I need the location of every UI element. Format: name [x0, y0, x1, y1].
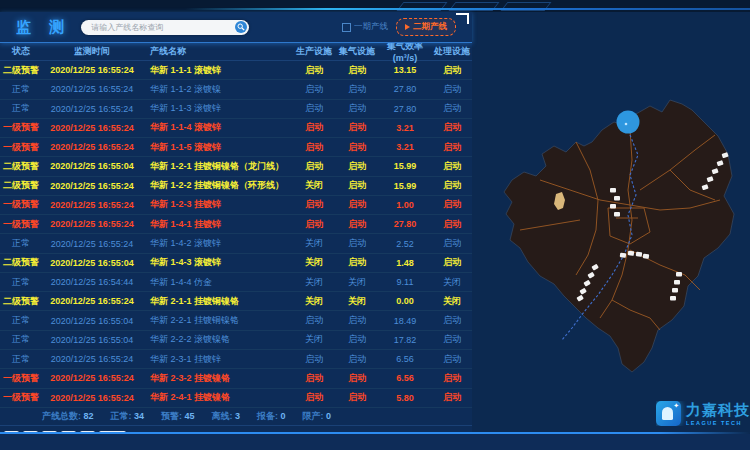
- line-name: 华新 2-4-1 挂镀镍铬: [142, 391, 292, 404]
- table-row[interactable]: 二级预警2020/12/25 16:55:24华新 2-1-1 挂镀铜镍铬关闭关…: [0, 292, 472, 311]
- gas-rate: 6.56: [378, 373, 432, 383]
- treatment-facility: 启动: [432, 198, 472, 211]
- gas-rate: 9.11: [378, 277, 432, 287]
- table-row[interactable]: 一级预警2020/12/25 16:55:24华新 2-3-2 挂镀镍铬启动启动…: [0, 369, 472, 388]
- table-row[interactable]: 正常2020/12/25 16:55:04华新 2-2-1 挂镀铜镍铬启动启动1…: [0, 311, 472, 330]
- gas-rate: 27.80: [378, 104, 432, 114]
- gas-rate: 15.99: [378, 161, 432, 171]
- table-body: 二级预警2020/12/25 16:55:24华新 1-1-1 滚镀锌启动启动1…: [0, 61, 472, 408]
- production-facility: 启动: [292, 372, 336, 385]
- treatment-facility: 启动: [432, 256, 472, 269]
- table-row[interactable]: 正常2020/12/25 16:54:44华新 1-4-4 仿金关闭关闭9.11…: [0, 273, 472, 292]
- table-row[interactable]: 正常2020/12/25 16:55:04华新 2-2-2 滚镀镍铬关闭启动17…: [0, 331, 472, 350]
- status: 正常: [0, 314, 42, 327]
- table-row[interactable]: 正常2020/12/25 16:55:24华新 1-4-2 滚镀锌关闭启动2.5…: [0, 234, 472, 253]
- map-area: 力嘉科技 LEAGUE TECH: [472, 12, 750, 432]
- summary-value: 0: [326, 411, 331, 421]
- treatment-facility: 启动: [432, 333, 472, 346]
- production-facility: 关闭: [292, 295, 336, 308]
- status: 正常: [0, 276, 42, 289]
- phase2-button[interactable]: 二期产线: [396, 18, 456, 36]
- line-name: 华新 1-4-4 仿金: [142, 276, 292, 289]
- gas-rate: 1.00: [378, 200, 432, 210]
- logo-name: 力嘉科技: [686, 401, 750, 420]
- summary-item: 限产: 0: [303, 410, 332, 423]
- flag-icon: [405, 24, 410, 30]
- table-row[interactable]: 一级预警2020/12/25 16:55:24华新 1-1-4 滚镀锌启动启动3…: [0, 119, 472, 138]
- line-name: 华新 1-1-3 滚镀锌: [142, 102, 292, 115]
- table-row[interactable]: 一级预警2020/12/25 16:55:24华新 1-2-3 挂镀锌启动启动1…: [0, 196, 472, 215]
- status: 一级预警: [0, 218, 42, 231]
- line-name: 华新 1-1-4 滚镀锌: [142, 121, 292, 134]
- status: 二级预警: [0, 295, 42, 308]
- column-header: 集气设施: [336, 45, 378, 58]
- production-facility: 启动: [292, 83, 336, 96]
- line-name: 华新 1-4-3 滚镀锌: [142, 256, 292, 269]
- table-row[interactable]: 正常2020/12/25 16:55:24华新 2-3-1 挂镀锌启动启动6.5…: [0, 350, 472, 369]
- summary-value: 82: [84, 411, 94, 421]
- gas-collection: 启动: [336, 141, 378, 154]
- table-row[interactable]: 二级预警2020/12/25 16:55:04华新 1-2-1 挂镀铜镍铬（龙门…: [0, 157, 472, 176]
- column-header: 处理设施: [432, 45, 472, 58]
- treatment-facility: 关闭: [432, 295, 472, 308]
- line-name: 华新 1-4-2 滚镀锌: [142, 237, 292, 250]
- table-row[interactable]: 二级预警2020/12/25 16:55:24华新 1-1-1 滚镀锌启动启动1…: [0, 61, 472, 80]
- search-input[interactable]: [89, 22, 235, 33]
- page-title: 监 测: [16, 18, 71, 37]
- logo-icon: [656, 401, 681, 426]
- summary-value: 3: [235, 411, 240, 421]
- treatment-facility: 启动: [432, 102, 472, 115]
- gas-collection: 启动: [336, 333, 378, 346]
- time: 2020/12/25 16:55:24: [42, 65, 142, 75]
- time: 2020/12/25 16:54:44: [42, 277, 142, 287]
- treatment-facility: 启动: [432, 160, 472, 173]
- line-name: 华新 2-2-2 滚镀镍铬: [142, 333, 292, 346]
- table-header: 状态监测时间产线名称生产设施集气设施集气效率(m³/s)处理设施: [0, 43, 472, 61]
- deco-line: [185, 8, 750, 10]
- gas-collection: 启动: [336, 198, 378, 211]
- table-row[interactable]: 一级预警2020/12/25 16:55:24华新 2-4-1 挂镀镍铬启动启动…: [0, 389, 472, 408]
- search-icon[interactable]: [235, 21, 247, 33]
- treatment-facility: 启动: [432, 218, 472, 231]
- table-row[interactable]: 二级预警2020/12/25 16:55:24华新 1-2-2 挂镀铜镍铬（环形…: [0, 177, 472, 196]
- column-header: 状态: [0, 45, 42, 58]
- production-facility: 启动: [292, 314, 336, 327]
- treatment-facility: 启动: [432, 121, 472, 134]
- summary-item: 报备: 0: [257, 410, 286, 423]
- gas-rate: 3.21: [378, 123, 432, 133]
- table-row[interactable]: 正常2020/12/25 16:55:24华新 1-1-2 滚镀镍启动启动27.…: [0, 80, 472, 99]
- table-row[interactable]: 正常2020/12/25 16:55:24华新 1-1-3 滚镀锌启动启动27.…: [0, 100, 472, 119]
- treatment-facility: 启动: [432, 141, 472, 154]
- panel-header: 监 测 一期产线 二期产线: [0, 12, 472, 43]
- time: 2020/12/25 16:55:04: [42, 258, 142, 268]
- production-facility: 启动: [292, 121, 336, 134]
- gas-rate: 17.82: [378, 335, 432, 345]
- status: 一级预警: [0, 198, 42, 211]
- table-row[interactable]: 二级预警2020/12/25 16:55:04华新 1-4-3 滚镀锌关闭启动1…: [0, 254, 472, 273]
- treatment-facility: 启动: [432, 83, 472, 96]
- treatment-facility: 启动: [432, 314, 472, 327]
- time: 2020/12/25 16:55:24: [42, 354, 142, 364]
- gas-collection: 启动: [336, 353, 378, 366]
- gas-rate: 27.80: [378, 219, 432, 229]
- line-name: 华新 2-1-1 挂镀铜镍铬: [142, 295, 292, 308]
- gas-rate: 0.00: [378, 296, 432, 306]
- district-map[interactable]: [480, 55, 742, 415]
- summary-value: 34: [134, 411, 144, 421]
- gas-rate: 13.15: [378, 65, 432, 75]
- summary-item: 产线总数: 82: [42, 410, 94, 423]
- table-row[interactable]: 一级预警2020/12/25 16:55:24华新 1-1-5 滚镀锌启动启动3…: [0, 138, 472, 157]
- phase1-checkbox[interactable]: 一期产线: [342, 21, 388, 33]
- treatment-facility: 关闭: [432, 276, 472, 289]
- time: 2020/12/25 16:55:24: [42, 219, 142, 229]
- summary-value: 45: [185, 411, 195, 421]
- search-box[interactable]: [81, 20, 249, 35]
- gas-collection: 启动: [336, 160, 378, 173]
- line-name: 华新 1-2-2 挂镀铜镍铬（环形线）: [142, 179, 292, 192]
- gas-collection: 启动: [336, 121, 378, 134]
- table-row[interactable]: 一级预警2020/12/25 16:55:24华新 1-4-1 挂镀锌启动启动2…: [0, 215, 472, 234]
- line-name: 华新 1-1-2 滚镀镍: [142, 83, 292, 96]
- gas-collection: 启动: [336, 102, 378, 115]
- treatment-facility: 启动: [432, 237, 472, 250]
- production-facility: 启动: [292, 353, 336, 366]
